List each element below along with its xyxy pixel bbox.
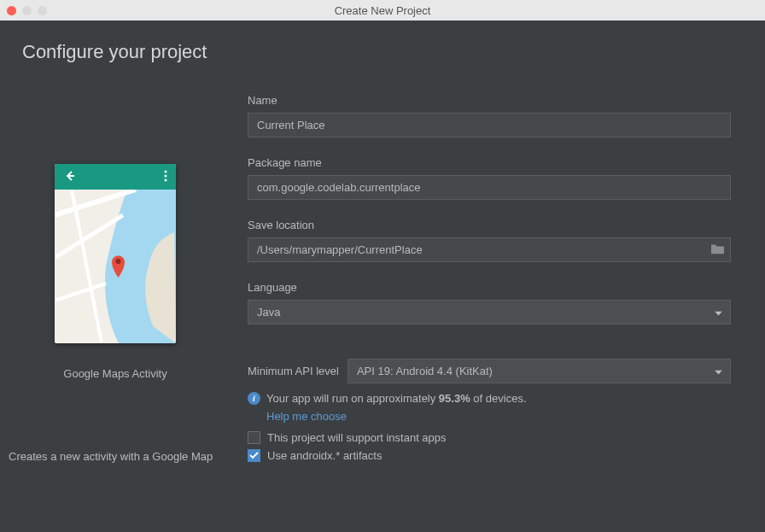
traffic-lights <box>7 6 47 15</box>
api-info-line: i Your app will run on approximately 95.… <box>248 392 731 405</box>
instant-apps-label: This project will support instant apps <box>267 431 447 444</box>
instant-apps-checkbox-row[interactable]: This project will support instant apps <box>248 431 731 444</box>
package-label: Package name <box>248 156 731 169</box>
page-title: Configure your project <box>22 41 731 63</box>
activity-preview-card <box>55 164 176 343</box>
form-column: Name Package name Save location Language <box>248 94 731 515</box>
close-icon[interactable] <box>7 6 16 15</box>
map-preview <box>55 190 176 343</box>
language-label: Language <box>248 281 731 294</box>
back-arrow-icon <box>63 169 77 185</box>
titlebar: Create New Project <box>0 0 765 20</box>
preview-description: Creates a new activity with a Google Map <box>9 448 222 465</box>
overflow-menu-icon <box>164 170 167 184</box>
svg-point-2 <box>165 174 167 177</box>
maximize-icon[interactable] <box>38 6 47 15</box>
content-area: Configure your project <box>0 20 765 532</box>
save-location-label: Save location <box>248 219 731 231</box>
minimum-api-row: Minimum API level API 19: Android 4.4 (K… <box>248 359 731 383</box>
androidx-label: Use androidx.* artifacts <box>267 449 382 462</box>
folder-icon[interactable] <box>711 243 724 256</box>
preview-label: Google Maps Activity <box>63 367 166 380</box>
api-info-text: Your app will run on approximately 95.3%… <box>266 392 527 405</box>
checkbox-icon[interactable] <box>248 431 260 444</box>
svg-point-9 <box>116 259 121 264</box>
minimum-api-select[interactable]: API 19: Android 4.4 (KitKat) <box>347 359 731 383</box>
preview-header <box>55 164 176 190</box>
svg-point-3 <box>165 178 167 181</box>
package-field-group: Package name <box>248 156 731 200</box>
checkbox-checked-icon[interactable] <box>248 449 260 462</box>
language-select[interactable]: Java <box>248 300 731 324</box>
language-field-group: Language Java <box>248 281 731 324</box>
save-location-input[interactable] <box>248 237 731 262</box>
main-area: Google Maps Activity Creates a new activ… <box>17 94 731 515</box>
package-input[interactable] <box>248 175 731 200</box>
name-label: Name <box>248 94 731 107</box>
window-title: Create New Project <box>335 4 431 17</box>
name-field-group: Name <box>248 94 731 137</box>
minimum-api-label: Minimum API level <box>248 365 339 377</box>
preview-column: Google Maps Activity Creates a new activ… <box>17 94 213 515</box>
svg-point-1 <box>165 170 167 172</box>
save-location-field-group: Save location <box>248 219 731 262</box>
minimize-icon[interactable] <box>22 6 32 15</box>
info-icon: i <box>248 392 260 405</box>
name-input[interactable] <box>248 113 731 137</box>
androidx-checkbox-row[interactable]: Use androidx.* artifacts <box>248 449 731 462</box>
help-me-choose-link[interactable]: Help me choose <box>266 410 731 423</box>
